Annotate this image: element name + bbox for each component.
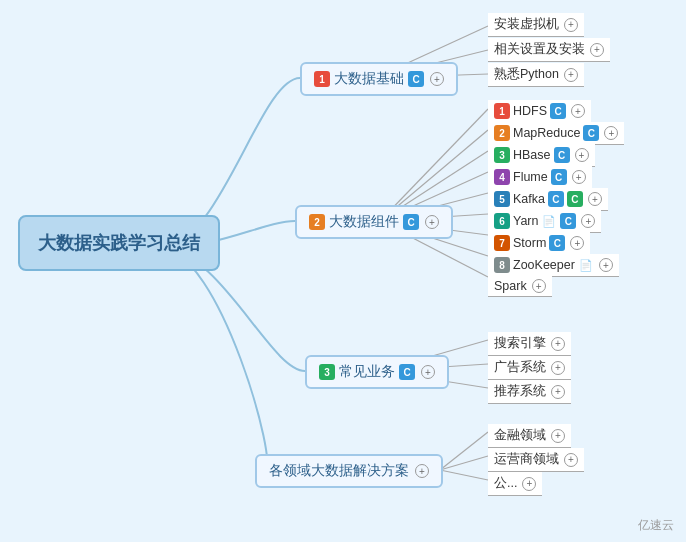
leaf-label: 相关设置及安装 — [494, 41, 585, 58]
svg-line-16 — [440, 456, 488, 470]
leaf-ads[interactable]: 广告系统 + — [488, 356, 571, 380]
plus-leaf[interactable]: + — [588, 192, 602, 206]
root-node: 大数据实践学习总结 — [18, 215, 220, 271]
branch-1-label: 大数据基础 — [334, 70, 404, 88]
leaf-label: ZooKeeper — [513, 258, 575, 272]
leaf-install-vm[interactable]: 安装虚拟机 + — [488, 13, 584, 37]
branch-2[interactable]: 2 大数据组件 C + — [295, 205, 453, 239]
svg-line-15 — [440, 432, 488, 470]
badge: 4 — [494, 169, 510, 185]
icon-doc: 📄 — [578, 257, 594, 273]
plus-b1[interactable]: + — [430, 72, 444, 86]
leaf-label: 熟悉Python — [494, 66, 559, 83]
icon-c-1: C — [548, 191, 564, 207]
plus-b4[interactable]: + — [415, 464, 429, 478]
plus-leaf[interactable]: + — [564, 18, 578, 32]
plus-leaf[interactable]: + — [599, 258, 613, 272]
badge-2: 2 — [309, 214, 325, 230]
icon-c-2: C — [567, 191, 583, 207]
leaf-storm[interactable]: 7 Storm C + — [488, 232, 590, 255]
plus-leaf[interactable]: + — [570, 236, 584, 250]
leaf-label: MapReduce — [513, 126, 580, 140]
icon-c: C — [549, 235, 565, 251]
leaf-label: 公... — [494, 475, 517, 492]
icon-c: C — [560, 213, 576, 229]
leaf-mapreduce[interactable]: 2 MapReduce C + — [488, 122, 624, 145]
plus-leaf[interactable]: + — [572, 170, 586, 184]
plus-leaf[interactable]: + — [551, 337, 565, 351]
leaf-telecom[interactable]: 运营商领域 + — [488, 448, 584, 472]
branch-2-label: 大数据组件 — [329, 213, 399, 231]
leaf-python[interactable]: 熟悉Python + — [488, 63, 584, 87]
watermark: 亿速云 — [638, 517, 674, 534]
branch-4[interactable]: 各领域大数据解决方案 + — [255, 454, 443, 488]
badge: 8 — [494, 257, 510, 273]
plus-b2[interactable]: + — [425, 215, 439, 229]
leaf-label: HDFS — [513, 104, 547, 118]
leaf-label: 搜索引擎 — [494, 335, 546, 352]
leaf-settings[interactable]: 相关设置及安装 + — [488, 38, 610, 62]
icon-doc: 📄 — [541, 213, 557, 229]
mindmap-container: 大数据实践学习总结 1 大数据基础 C + 2 大数据组件 C + 3 常见业务… — [0, 0, 686, 542]
badge: 7 — [494, 235, 510, 251]
leaf-label: Storm — [513, 236, 546, 250]
badge: 2 — [494, 125, 510, 141]
leaf-hdfs[interactable]: 1 HDFS C + — [488, 100, 591, 123]
plus-leaf[interactable]: + — [551, 361, 565, 375]
branch-3[interactable]: 3 常见业务 C + — [305, 355, 449, 389]
leaf-other[interactable]: 公... + — [488, 472, 542, 496]
leaf-hbase[interactable]: 3 HBase C + — [488, 144, 595, 167]
plus-leaf[interactable]: + — [564, 68, 578, 82]
badge: 6 — [494, 213, 510, 229]
icon-c: C — [550, 103, 566, 119]
leaf-recommend[interactable]: 推荐系统 + — [488, 380, 571, 404]
leaf-label: 广告系统 — [494, 359, 546, 376]
badge: 5 — [494, 191, 510, 207]
badge: 3 — [494, 147, 510, 163]
icon-c: C — [551, 169, 567, 185]
icon-c: C — [554, 147, 570, 163]
leaf-search[interactable]: 搜索引擎 + — [488, 332, 571, 356]
leaf-label: Yarn — [513, 214, 538, 228]
branch-3-label: 常见业务 — [339, 363, 395, 381]
watermark-text: 亿速云 — [638, 518, 674, 532]
plus-leaf[interactable]: + — [590, 43, 604, 57]
icon-c: C — [583, 125, 599, 141]
leaf-yarn[interactable]: 6 Yarn 📄 C + — [488, 210, 601, 233]
plus-leaf[interactable]: + — [564, 453, 578, 467]
leaf-flume[interactable]: 4 Flume C + — [488, 166, 592, 189]
leaf-label: 安装虚拟机 — [494, 16, 559, 33]
icon-c-b1: C — [408, 71, 424, 87]
plus-leaf[interactable]: + — [575, 148, 589, 162]
leaf-label: Flume — [513, 170, 548, 184]
plus-leaf[interactable]: + — [581, 214, 595, 228]
plus-leaf[interactable]: + — [522, 477, 536, 491]
plus-leaf[interactable]: + — [604, 126, 618, 140]
icon-c-b3: C — [399, 364, 415, 380]
leaf-label: 运营商领域 — [494, 451, 559, 468]
leaf-label: Kafka — [513, 192, 545, 206]
branch-1[interactable]: 1 大数据基础 C + — [300, 62, 458, 96]
plus-b3[interactable]: + — [421, 365, 435, 379]
plus-leaf[interactable]: + — [551, 385, 565, 399]
plus-leaf[interactable]: + — [571, 104, 585, 118]
badge-3: 3 — [319, 364, 335, 380]
plus-leaf[interactable]: + — [532, 279, 546, 293]
root-label: 大数据实践学习总结 — [38, 233, 200, 253]
icon-c-b2: C — [403, 214, 419, 230]
leaf-spark[interactable]: Spark + — [488, 276, 552, 297]
badge-1: 1 — [314, 71, 330, 87]
plus-leaf[interactable]: + — [551, 429, 565, 443]
leaf-label: 金融领域 — [494, 427, 546, 444]
badge: 1 — [494, 103, 510, 119]
leaf-label: 推荐系统 — [494, 383, 546, 400]
leaf-label: HBase — [513, 148, 551, 162]
leaf-finance[interactable]: 金融领域 + — [488, 424, 571, 448]
svg-line-17 — [440, 470, 488, 480]
branch-4-label: 各领域大数据解决方案 — [269, 462, 409, 480]
leaf-label: Spark — [494, 279, 527, 293]
leaf-zookeeper[interactable]: 8 ZooKeeper 📄 + — [488, 254, 619, 277]
leaf-kafka[interactable]: 5 Kafka C C + — [488, 188, 608, 211]
